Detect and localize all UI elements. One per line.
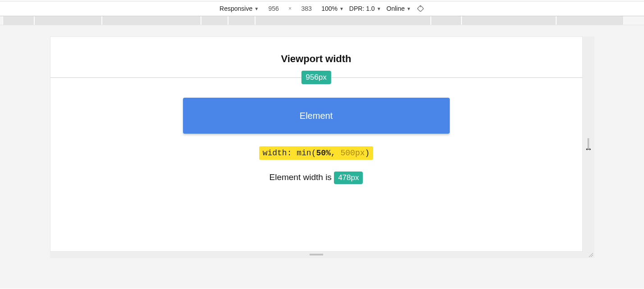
breakpoint-segment[interactable] bbox=[461, 16, 556, 25]
grip-horizontal-icon bbox=[310, 254, 323, 256]
code-prefix: width: min( bbox=[263, 149, 316, 158]
dpr-label: DPR: 1.0 bbox=[349, 5, 375, 12]
breakpoint-ruler[interactable] bbox=[0, 16, 644, 25]
breakpoint-segment[interactable] bbox=[255, 16, 431, 25]
zoom-dropdown[interactable]: 100% ▼ bbox=[321, 5, 344, 12]
throttling-dropdown[interactable]: Online ▼ bbox=[387, 5, 411, 12]
breakpoint-segment[interactable] bbox=[431, 16, 461, 25]
resize-handle-corner[interactable] bbox=[583, 252, 594, 258]
breakpoint-segment[interactable] bbox=[3, 16, 34, 25]
code-arg2: 500px bbox=[341, 149, 365, 158]
device-mode-label: Responsive bbox=[219, 5, 252, 12]
device-mode-dropdown[interactable]: Responsive ▼ bbox=[219, 5, 259, 12]
caret-down-icon: ▼ bbox=[406, 6, 411, 11]
code-suffix: ) bbox=[365, 149, 370, 158]
breakpoint-segment[interactable] bbox=[34, 16, 102, 25]
breakpoint-segment[interactable] bbox=[201, 16, 228, 25]
device-canvas: Viewport width 956px Element width: min(… bbox=[0, 25, 644, 289]
page-inner: Viewport width 956px Element width: min(… bbox=[50, 37, 582, 184]
css-code-snippet: width: min(50%, 500px) bbox=[259, 146, 374, 160]
result-prefix: Element width is bbox=[269, 172, 334, 182]
caret-down-icon: ▼ bbox=[339, 6, 344, 11]
dimensions-separator: × bbox=[288, 5, 292, 12]
corner-grip-icon bbox=[588, 253, 594, 257]
svg-line-2 bbox=[589, 253, 593, 257]
viewport-width-badge: 956px bbox=[301, 71, 331, 84]
caret-down-icon: ▼ bbox=[254, 6, 259, 11]
device-toolbar: Responsive ▼ 956 × 383 100% ▼ DPR: 1.0 ▼… bbox=[0, 1, 644, 16]
page-content: Viewport width 956px Element width: min(… bbox=[50, 36, 583, 252]
viewport-width-input[interactable]: 956 bbox=[264, 5, 283, 12]
resize-handle-bottom[interactable] bbox=[50, 252, 583, 258]
dpr-dropdown[interactable]: DPR: 1.0 ▼ bbox=[349, 5, 381, 12]
rotate-icon[interactable] bbox=[416, 5, 425, 13]
caret-down-icon: ▼ bbox=[377, 6, 381, 11]
throttling-label: Online bbox=[387, 5, 405, 12]
zoom-label: 100% bbox=[321, 5, 338, 12]
element-width-badge: 478px bbox=[334, 172, 363, 184]
grip-vertical-icon bbox=[588, 138, 589, 150]
page-title: Viewport width bbox=[50, 53, 582, 65]
element-width-result: Element width is 478px bbox=[50, 172, 582, 184]
code-arg1: 50% bbox=[316, 149, 330, 158]
breakpoint-segment[interactable] bbox=[556, 16, 624, 25]
breakpoint-segment[interactable] bbox=[102, 16, 201, 25]
viewport-width-rule: 956px bbox=[50, 77, 582, 78]
demo-element: Element bbox=[183, 98, 450, 134]
breakpoint-segment[interactable] bbox=[228, 16, 255, 25]
viewport-frame: Viewport width 956px Element width: min(… bbox=[50, 36, 594, 252]
viewport-height-input[interactable]: 383 bbox=[297, 5, 316, 12]
code-separator: , bbox=[331, 149, 341, 158]
resize-handle-right[interactable]: ↔ bbox=[583, 36, 594, 252]
